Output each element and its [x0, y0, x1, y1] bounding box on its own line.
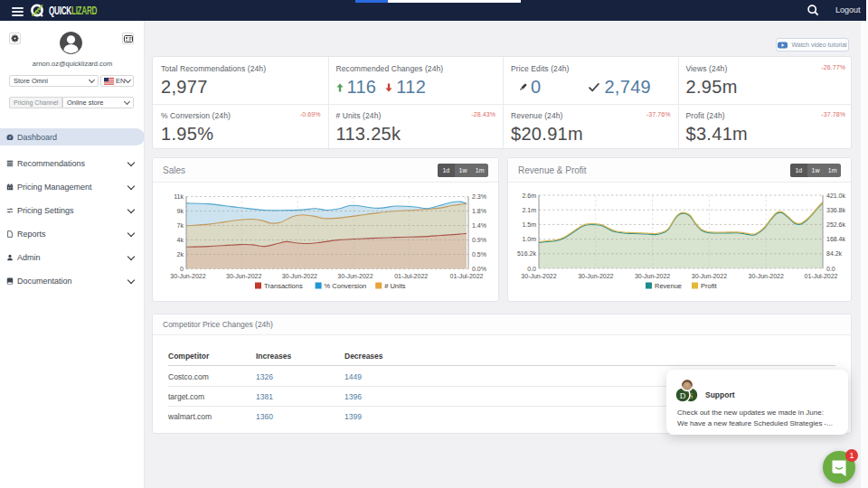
- svg-text:2.1m: 2.1m: [522, 207, 536, 213]
- svg-text:30-Jun-2022: 30-Jun-2022: [521, 273, 556, 279]
- svg-text:30-Jun-2022: 30-Jun-2022: [282, 273, 317, 279]
- svg-text:0.0: 0.0: [826, 266, 835, 272]
- svg-text:2.3%: 2.3%: [472, 193, 486, 200]
- svg-text:30-Jun-2022: 30-Jun-2022: [578, 273, 613, 279]
- svg-text:1.5m: 1.5m: [522, 221, 536, 228]
- svg-text:0.0%: 0.0%: [472, 266, 486, 272]
- svg-text:516.2k: 516.2k: [517, 250, 537, 257]
- svg-text:0.0: 0.0: [527, 266, 536, 272]
- svg-text:7k: 7k: [177, 222, 184, 229]
- svg-text:1.4%: 1.4%: [472, 222, 486, 229]
- svg-text:Revenue: Revenue: [655, 282, 682, 290]
- svg-text:% Conversion: % Conversion: [325, 282, 367, 290]
- svg-text:Transactions: Transactions: [264, 282, 303, 290]
- svg-text:01-Jul-2022: 01-Jul-2022: [394, 273, 428, 279]
- svg-text:1.0m: 1.0m: [522, 236, 536, 242]
- svg-text:421.0k: 421.0k: [826, 192, 846, 199]
- svg-text:252.6k: 252.6k: [826, 221, 846, 228]
- svg-text:30-Jun-2022: 30-Jun-2022: [337, 273, 373, 279]
- svg-text:2.6m: 2.6m: [522, 192, 536, 199]
- svg-text:01-Jul-2022: 01-Jul-2022: [805, 273, 838, 279]
- svg-text:0.9%: 0.9%: [472, 237, 486, 243]
- svg-text:168.4k: 168.4k: [826, 236, 846, 242]
- svg-text:1.8%: 1.8%: [472, 208, 486, 214]
- svg-text:30-Jun-2022: 30-Jun-2022: [749, 273, 784, 279]
- svg-text:# Units: # Units: [384, 282, 406, 290]
- svg-text:336.8k: 336.8k: [826, 207, 846, 213]
- svg-text:9k: 9k: [177, 208, 184, 214]
- svg-text:D: D: [680, 391, 686, 400]
- svg-text:84.2k: 84.2k: [826, 250, 843, 257]
- svg-text:0.5%: 0.5%: [472, 251, 486, 258]
- svg-text:30-Jun-2022: 30-Jun-2022: [692, 273, 727, 279]
- svg-text:2k: 2k: [177, 251, 184, 258]
- svg-text:30-Jun-2022: 30-Jun-2022: [170, 273, 205, 279]
- svg-text:30-Jun-2022: 30-Jun-2022: [226, 273, 261, 279]
- svg-text:01-Jul-2022: 01-Jul-2022: [450, 273, 484, 279]
- svg-text:30-Jun-2022: 30-Jun-2022: [635, 273, 670, 279]
- svg-text:11k: 11k: [174, 193, 184, 200]
- svg-text:0: 0: [180, 266, 184, 272]
- svg-text:4k: 4k: [177, 237, 184, 243]
- svg-text:Profit: Profit: [701, 282, 717, 290]
